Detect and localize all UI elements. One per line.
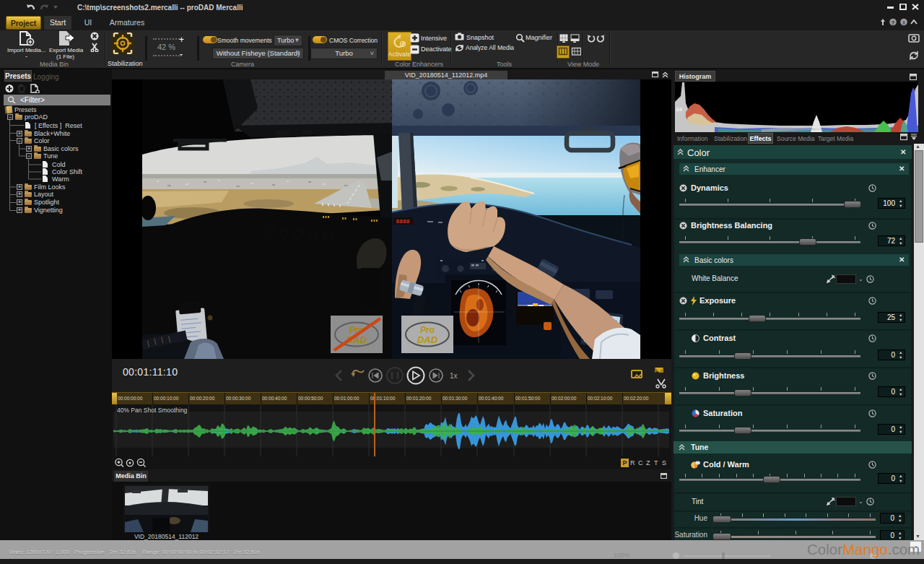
svg-text:?: ? bbox=[892, 19, 895, 26]
svg-text:DAD: DAD bbox=[417, 334, 438, 345]
svg-text:Activate: Activate bbox=[388, 51, 411, 58]
svg-text:34: 34 bbox=[676, 106, 682, 113]
svg-text:Pro: Pro bbox=[420, 325, 435, 335]
svg-text:1x: 1x bbox=[450, 372, 458, 380]
svg-text:i: i bbox=[903, 19, 905, 26]
svg-text:8888: 8888 bbox=[396, 218, 409, 225]
